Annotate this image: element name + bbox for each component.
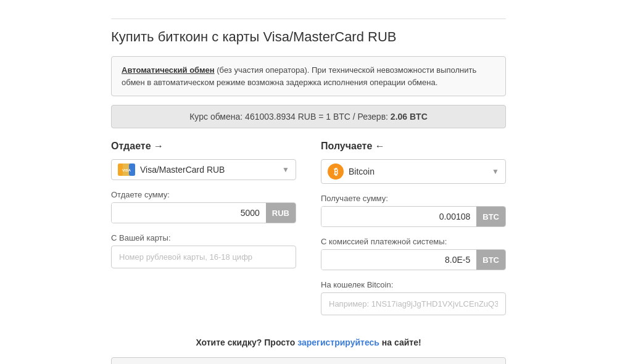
receive-amount-wrapper: BTC [321,206,506,227]
reserve-value: 2.06 BTC [391,112,428,122]
email-row: E-mail: [111,357,506,364]
info-box: Автоматический обмен (без участия операт… [111,56,506,96]
give-amount-label: Отдаете сумму: [111,190,296,199]
fee-input[interactable] [321,250,476,270]
rate-separator: / Резерв: [353,112,391,122]
discount-text-before: Хотите скидку? Просто [196,337,297,347]
rate-box: Курс обмена: 461003.8934 RUB = 1 BTC / Р… [111,105,506,128]
give-currency-dropdown[interactable]: VISA Visa/MasterCard RUB ▼ [111,159,296,180]
receive-column: Получаете ← ₿ Bitcoin ▼ Получаете сумму:… [321,141,506,325]
svg-text:VISA: VISA [122,168,131,172]
card-label: С Вашей карты: [111,233,296,242]
receive-unit-badge: BTC [476,207,505,226]
wallet-input[interactable] [321,292,506,315]
give-unit-badge: RUB [266,203,296,223]
register-link[interactable]: зарегистрируйтесь [297,337,379,347]
receive-dropdown-arrow: ▼ [492,167,499,176]
discount-text-after: на сайте! [379,337,421,347]
receive-label: Получаете ← [321,141,506,152]
receive-amount-label: Получаете сумму: [321,194,506,203]
fee-unit-badge: BTC [476,250,505,270]
receive-currency-dropdown[interactable]: ₿ Bitcoin ▼ [321,159,506,184]
rate-value: 461003.8934 RUB = 1 BTC [245,112,350,122]
give-dropdown-arrow: ▼ [282,165,289,174]
give-label: Отдаете → [111,141,296,152]
card-input[interactable] [111,246,296,268]
give-amount-input[interactable] [112,203,266,223]
wallet-section: На кошелек Bitcoin: [321,280,506,325]
wallet-label: На кошелек Bitcoin: [321,280,506,289]
fee-label: С комиссией платежной системы: [321,237,506,246]
receive-currency-name: Bitcoin [349,167,492,176]
rate-label: Курс обмена: [189,112,242,122]
auto-exchange-link[interactable]: Автоматический обмен [122,65,215,75]
discount-row: Хотите скидку? Просто зарегистрируйтесь … [111,337,506,347]
btc-icon: ₿ [328,163,344,180]
give-column: Отдаете → VISA Visa/MasterCard RUB [111,141,296,325]
give-currency-name: Visa/MasterCard RUB [140,165,282,175]
page-title: Купить биткоин с карты Visa/MasterCard R… [111,19,506,45]
visa-icon: VISA [118,163,135,176]
fee-wrapper: BTC [321,249,506,270]
give-amount-wrapper: RUB [111,202,296,223]
receive-amount-input[interactable] [321,207,476,226]
